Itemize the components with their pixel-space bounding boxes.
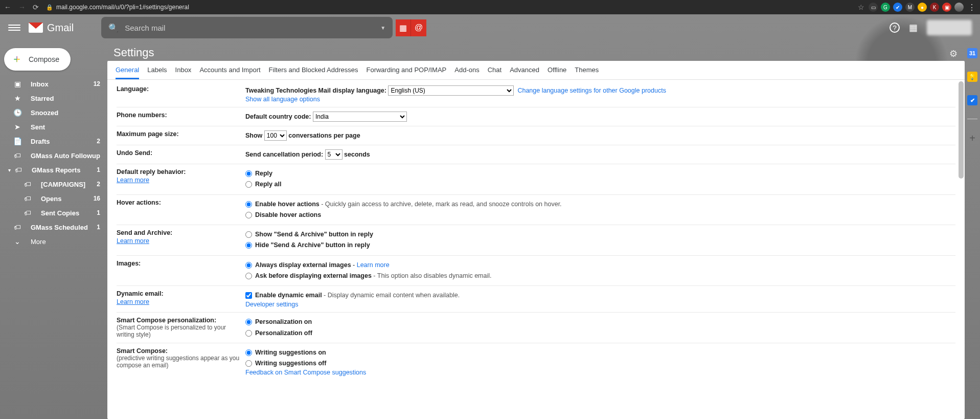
tab-chat[interactable]: Chat	[488, 66, 502, 79]
draft-icon: 📄	[11, 137, 24, 145]
country-code-select[interactable]: India	[313, 112, 407, 122]
ext-yellow-icon[interactable]: ●	[918, 3, 927, 12]
change-other-products-link[interactable]: Change language settings for other Googl…	[517, 87, 666, 94]
tab-offline[interactable]: Offline	[548, 66, 566, 79]
label-icon: 🏷	[11, 223, 24, 231]
gmail-header: Gmail 🔍 ▼ ▦ @ ? ▦	[0, 14, 980, 41]
sidebar-item-more[interactable]: ⌄ More	[0, 234, 107, 249]
tab-general[interactable]: General	[116, 66, 139, 79]
radio-hover-enable[interactable]	[245, 201, 252, 208]
main-menu-button[interactable]	[8, 21, 20, 34]
radio-hide-send-archive[interactable]	[245, 242, 252, 249]
sidebar-item-opens[interactable]: 🏷 Opens 16	[0, 191, 107, 206]
page-title: Settings	[113, 46, 154, 59]
url-text[interactable]: mail.google.com/mail/u/0/?pli=1#settings…	[56, 4, 189, 11]
search-bar[interactable]: 🔍 ▼	[101, 17, 393, 38]
sidebar-item-starred[interactable]: ★ Starred	[0, 91, 107, 105]
tasks-addon-icon[interactable]: ✔	[967, 95, 977, 105]
checkbox-dynamic-email[interactable]	[245, 292, 252, 299]
radio-reply[interactable]	[245, 170, 252, 177]
sidebar-item-gmass-scheduled[interactable]: 🏷 GMass Scheduled 1	[0, 220, 107, 234]
compose-button[interactable]: ＋ Compose	[4, 48, 71, 71]
country-code-label: Default country code:	[245, 113, 311, 120]
learn-more-link[interactable]: Learn more	[117, 298, 245, 305]
send-icon: ➤	[11, 123, 24, 131]
radio-reply-all[interactable]	[245, 181, 252, 188]
profile-avatar-icon[interactable]	[954, 3, 964, 12]
calendar-addon-icon[interactable]: 31	[967, 48, 977, 58]
gmass-at-button[interactable]: @	[411, 19, 426, 36]
tab-labels[interactable]: Labels	[147, 66, 167, 79]
clock-icon: 🕒	[11, 108, 24, 117]
settings-tabs: General Labels Inbox Accounts and Import…	[107, 61, 965, 80]
search-input[interactable]	[125, 24, 376, 32]
tab-addons[interactable]: Add-ons	[454, 66, 479, 79]
gmass-grid-button[interactable]: ▦	[396, 19, 411, 36]
sub-smart-personal: (Smart Compose is personalized to your w…	[117, 324, 245, 338]
show-all-languages-link[interactable]: Show all language options	[245, 96, 320, 103]
sidebar-item-inbox[interactable]: ▣ Inbox 12	[0, 77, 107, 91]
radio-writing-on[interactable]	[245, 349, 252, 356]
language-select[interactable]: English (US)	[388, 85, 514, 96]
developer-settings-link[interactable]: Developer settings	[245, 301, 299, 308]
keep-addon-icon[interactable]: 💡	[967, 72, 977, 82]
radio-always-images[interactable]	[245, 262, 252, 269]
ext-check-icon[interactable]: ✔	[893, 3, 902, 12]
cancel-period-select[interactable]: 5	[325, 149, 343, 160]
compose-plus-icon: ＋	[11, 51, 22, 67]
radio-show-send-archive[interactable]	[245, 231, 252, 238]
get-addons-icon[interactable]: +	[969, 133, 975, 144]
tab-forward[interactable]: Forwarding and POP/IMAP	[366, 66, 446, 79]
radio-writing-off[interactable]	[245, 360, 252, 367]
tab-themes[interactable]: Themes	[575, 66, 599, 79]
lock-icon: 🔒	[46, 4, 53, 11]
search-options-icon[interactable]: ▼	[380, 25, 385, 31]
label-hover: Hover actions:	[117, 199, 245, 221]
gmail-logo[interactable]: Gmail	[29, 22, 74, 34]
scrollbar-thumb[interactable]	[959, 81, 964, 179]
sidebar-item-snoozed[interactable]: 🕒 Snoozed	[0, 105, 107, 120]
label-smart-personal: Smart Compose personalization:	[117, 317, 216, 324]
account-badge[interactable]	[927, 20, 972, 35]
radio-personal-off[interactable]	[245, 330, 252, 337]
sidebar-item-campaigns[interactable]: 🏷 [CAMPAIGNS] 2	[0, 177, 107, 191]
tab-accounts[interactable]: Accounts and Import	[199, 66, 260, 79]
tab-inbox[interactable]: Inbox	[175, 66, 192, 79]
tab-advanced[interactable]: Advanced	[510, 66, 539, 79]
apps-grid-icon[interactable]: ▦	[909, 22, 918, 33]
side-panel: 31 💡 ✔ +	[965, 45, 980, 144]
back-icon[interactable]: ←	[4, 3, 11, 11]
learn-more-link[interactable]: Learn more	[117, 237, 245, 245]
sidebar-item-sent[interactable]: ➤ Sent	[0, 120, 107, 134]
sidebar-item-gmass-auto[interactable]: 🏷 GMass Auto Followup	[0, 148, 107, 163]
ext-k-icon[interactable]: K	[930, 3, 939, 12]
sidebar-item-gmass-reports[interactable]: ▾ 🏷 GMass Reports 1	[0, 163, 107, 177]
row-dynamic: Dynamic email: Learn more Enable dynamic…	[117, 286, 955, 313]
reload-icon[interactable]: ⟳	[33, 3, 39, 11]
ext-red-icon[interactable]: ▣	[942, 3, 951, 12]
forward-icon[interactable]: →	[18, 3, 26, 11]
sidebar-item-sent-copies[interactable]: 🏷 Sent Copies 1	[0, 206, 107, 220]
label-phone: Phone numbers:	[117, 112, 245, 122]
ext-grammarly-icon[interactable]: G	[881, 3, 890, 12]
gear-icon[interactable]: ⚙	[949, 48, 958, 59]
smart-compose-feedback-link[interactable]: Feedback on Smart Compose suggestions	[245, 369, 366, 376]
browser-menu-icon[interactable]: ⋮	[968, 3, 976, 12]
label-language: Language:	[117, 85, 245, 103]
support-icon[interactable]: ?	[890, 23, 900, 33]
radio-ask-images[interactable]	[245, 273, 252, 279]
row-smart-personal: Smart Compose personalization: (Smart Co…	[117, 313, 955, 343]
radio-personal-on[interactable]	[245, 319, 252, 325]
sidebar-item-drafts[interactable]: 📄 Drafts 2	[0, 134, 107, 148]
label-icon: 🏷	[21, 209, 34, 217]
page-size-select[interactable]: 100	[264, 130, 287, 141]
ext-icon[interactable]: ▭	[869, 3, 878, 12]
search-icon[interactable]: 🔍	[108, 23, 119, 33]
tab-filters[interactable]: Filters and Blocked Addresses	[269, 66, 358, 79]
ext-m-icon[interactable]: M	[905, 3, 915, 12]
learn-more-link[interactable]: Learn more	[357, 261, 390, 269]
bookmark-star-icon[interactable]: ☆	[858, 3, 864, 11]
radio-hover-disable[interactable]	[245, 212, 252, 218]
row-smart-compose: Smart Compose: (predictive writing sugge…	[117, 343, 955, 381]
learn-more-link[interactable]: Learn more	[117, 177, 245, 184]
